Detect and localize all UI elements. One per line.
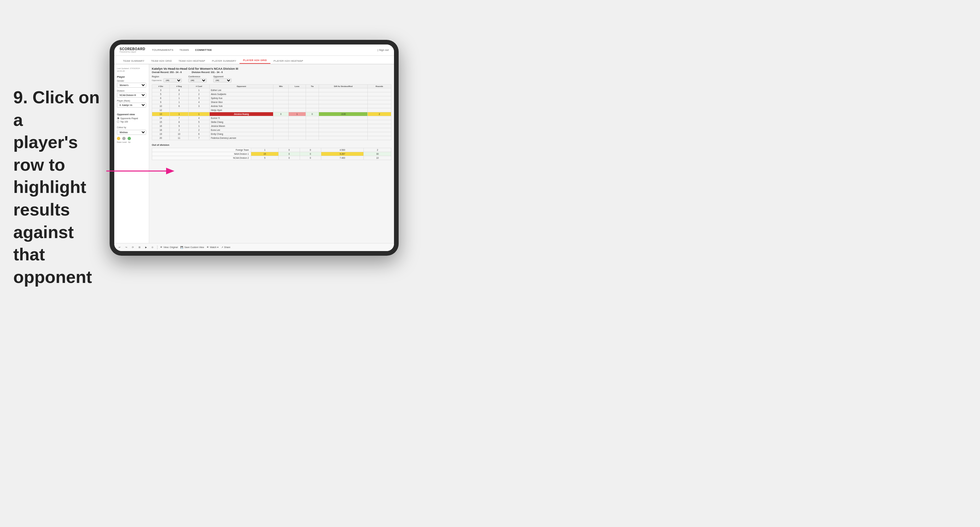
grid-cell-2-7 xyxy=(319,96,368,100)
grid-row-0[interactable]: 381Esther Lee xyxy=(152,88,391,92)
header-loss: Loss xyxy=(288,85,305,88)
grid-cell-9-8 xyxy=(368,124,391,128)
tab-player-h2h-grid[interactable]: PLAYER H2H GRID xyxy=(240,59,270,64)
nav-tournaments[interactable]: TOURNAMENTS xyxy=(152,49,173,51)
share-button[interactable]: ↗ Share xyxy=(221,246,231,249)
grid-row-9[interactable]: 1691Jessica Mason xyxy=(152,124,391,128)
grid-cell-1-7 xyxy=(319,92,368,96)
header-reg: # Reg xyxy=(169,85,188,88)
tablet-frame: SCOREBOARD Powered by clippd TOURNAMENTS… xyxy=(110,40,399,256)
grid-cell-12-5 xyxy=(288,136,305,140)
ood-row-2[interactable]: NCAA Division 25007.40010 xyxy=(152,156,391,160)
tab-team-h2h-heatmap[interactable]: TEAM H2H HEATMAP xyxy=(175,59,208,64)
undo-button[interactable]: ↩ xyxy=(118,246,122,249)
watch-button[interactable]: 👁 Watch ▾ xyxy=(207,246,219,249)
grid-row-10[interactable]: 1822Euna Lee xyxy=(152,128,391,132)
grid-cell-5-5 xyxy=(288,108,305,112)
eye-icon: 👁 xyxy=(160,246,162,248)
circle-button[interactable]: ⊙ xyxy=(151,246,154,249)
grid-cell-8-7 xyxy=(319,120,368,124)
grid-row-12[interactable]: 20117Federica Domecq Lacroze xyxy=(152,136,391,140)
radio-top100-label: Top 100 xyxy=(120,121,128,123)
grid-cell-11-5 xyxy=(288,132,305,136)
grid-cell-4-1: 6 xyxy=(169,104,188,108)
grid-cell-1-8 xyxy=(368,92,391,96)
grid-row-6[interactable]: 1311Jessica Huang010-3.002 xyxy=(152,112,391,116)
grid-button[interactable]: ⊞ xyxy=(138,246,142,249)
annotation-text: 9. Click on a player's row to highlight … xyxy=(13,86,106,288)
view-original-button[interactable]: 👁 View: Original xyxy=(160,246,178,248)
nav-teams[interactable]: TEAMS xyxy=(180,49,189,51)
grid-cell-5-1 xyxy=(169,108,188,112)
grid-cell-3-2: 4 xyxy=(189,100,210,104)
dot-up-label: Up xyxy=(127,141,131,143)
grid-cell-0-0: 3 xyxy=(152,88,170,92)
grid-cell-6-1: 1 xyxy=(169,112,188,116)
refresh-button[interactable]: ⟳ xyxy=(131,246,135,249)
player-rank-select[interactable]: 8. Katelyn Vo xyxy=(117,103,146,108)
grid-cell-8-1: 8 xyxy=(169,120,188,124)
colour-dots xyxy=(117,137,146,140)
sub-nav: TEAM SUMMARY TEAM H2H GRID TEAM H2H HEAT… xyxy=(114,56,394,64)
grid-cell-5-3: Heeju Hyun xyxy=(209,108,274,112)
save-custom-button[interactable]: 💾 Save Custom View xyxy=(180,246,204,249)
opponent-filter-group: Opponent (All) xyxy=(213,75,232,83)
grid-cell-8-8 xyxy=(368,120,391,124)
ood-cell-2-3: 0 xyxy=(300,156,321,160)
grid-cell-1-1: 2 xyxy=(169,92,188,96)
region-opponents-select[interactable]: (All) xyxy=(164,78,182,83)
play-button[interactable]: ▶ xyxy=(144,246,148,249)
grid-row-11[interactable]: 19106Emily Chang xyxy=(152,132,391,136)
grid-cell-4-4 xyxy=(274,104,288,108)
header-div: # Div xyxy=(152,85,170,88)
grid-cell-10-4 xyxy=(274,128,288,132)
grid-row-8[interactable]: 1585Stella Chang xyxy=(152,120,391,124)
grid-cell-9-6 xyxy=(305,124,319,128)
tab-player-summary[interactable]: PLAYER SUMMARY xyxy=(208,59,240,64)
radio-top100[interactable]: Top 100 xyxy=(117,121,146,123)
ood-cell-2-0: NCAA Division 2 xyxy=(152,156,251,160)
colour-select[interactable]: Win/loss xyxy=(117,130,146,135)
opponent-select[interactable]: (All) xyxy=(213,78,232,83)
player-section-title: Player xyxy=(117,75,146,78)
ood-row-1[interactable]: NAIA Division 115009.26730 xyxy=(152,152,391,156)
tab-team-h2h-grid[interactable]: TEAM H2H GRID xyxy=(148,59,175,64)
conference-select[interactable]: (All) xyxy=(188,78,207,83)
nav-committee[interactable]: COMMITTEE xyxy=(195,49,212,51)
grid-cell-3-6 xyxy=(305,100,319,104)
tab-player-h2h-heatmap[interactable]: PLAYER H2H HEATMAP xyxy=(270,59,307,64)
ood-row-0[interactable]: Foreign Team1004.5002 xyxy=(152,148,391,152)
tablet-screen: SCOREBOARD Powered by clippd TOURNAMENTS… xyxy=(114,44,394,251)
ood-table: Foreign Team1004.5002NAIA Division 11500… xyxy=(152,148,391,160)
grid-cell-0-2: 1 xyxy=(189,88,210,92)
grid-row-1[interactable]: 522Alexis Sudjianto xyxy=(152,92,391,96)
nav-bar: SCOREBOARD Powered by clippd TOURNAMENTS… xyxy=(114,44,394,56)
grid-row-7[interactable]: 1474Eunice Yi xyxy=(152,116,391,120)
grid-cell-7-4 xyxy=(274,116,288,120)
redo-button[interactable]: ↪ xyxy=(124,246,128,249)
grid-cell-3-4 xyxy=(274,100,288,104)
grid-row-2[interactable]: 613Sydney Kuo xyxy=(152,96,391,100)
grid-cell-0-8 xyxy=(368,88,391,92)
grid-cell-6-8: 2 xyxy=(368,112,391,116)
grid-cell-3-0: 9 xyxy=(152,100,170,104)
grid-header-row: # Div # Reg # Conf Opponent Win Loss Tie… xyxy=(152,85,391,88)
grid-row-5[interactable]: 12Heeju Hyun xyxy=(152,108,391,112)
dot-down xyxy=(117,137,120,140)
sign-out-button[interactable]: | Sign out xyxy=(377,49,389,51)
tab-team-summary[interactable]: TEAM SUMMARY xyxy=(119,59,148,64)
grid-cell-2-1: 1 xyxy=(169,96,188,100)
radio-opponents-played[interactable]: Opponents Played xyxy=(117,117,146,119)
grid-cell-1-0: 5 xyxy=(152,92,170,96)
header-diff: Diff Av Strokes/Rnd xyxy=(319,85,368,88)
grid-row-3[interactable]: 914Sharon Mun xyxy=(152,100,391,104)
radio-top100-circle xyxy=(117,121,119,123)
grid-cell-3-7 xyxy=(319,100,368,104)
gender-select[interactable]: Women's xyxy=(117,83,146,88)
dot-level xyxy=(122,137,126,140)
grid-row-4[interactable]: 1063Andrea York xyxy=(152,104,391,108)
division-select[interactable]: NCAA Division III xyxy=(117,93,146,98)
ood-cell-1-1: 15 xyxy=(251,152,278,156)
ood-cell-0-0: Foreign Team xyxy=(152,148,251,152)
grid-cell-0-1: 8 xyxy=(169,88,188,92)
